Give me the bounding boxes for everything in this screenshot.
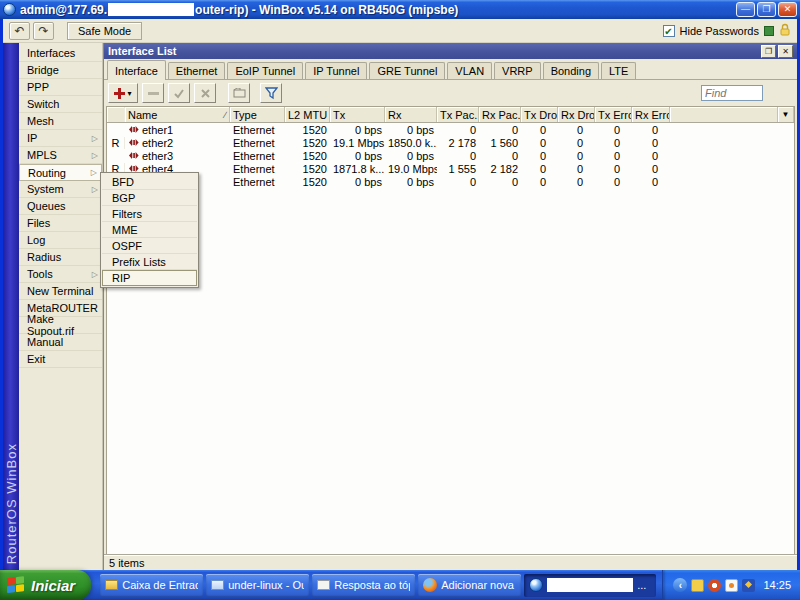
enable-button[interactable] bbox=[168, 83, 190, 103]
menu-item-prefix-lists[interactable]: Prefix Lists bbox=[102, 254, 197, 270]
start-button-label: Iniciar bbox=[31, 577, 75, 594]
tray-note-icon[interactable] bbox=[691, 579, 704, 592]
sidebar-item-system[interactable]: System▷ bbox=[19, 181, 102, 198]
undo-button[interactable]: ↶ bbox=[9, 22, 30, 40]
minimize-button[interactable]: — bbox=[736, 2, 755, 17]
tab-label: IP Tunnel bbox=[313, 65, 359, 77]
menu-item-rip[interactable]: RIP bbox=[102, 270, 197, 286]
cell-rx-packets: 2 182 bbox=[479, 163, 521, 175]
interface-list-titlebar[interactable]: Interface List ❐ ✕ bbox=[104, 43, 797, 59]
column-header-flag[interactable] bbox=[107, 107, 125, 122]
sidebar-item-radius[interactable]: Radius bbox=[19, 249, 102, 266]
cell-tx: 19.1 Mbps bbox=[330, 137, 385, 149]
sidebar-item-queues[interactable]: Queues bbox=[19, 198, 102, 215]
find-input[interactable] bbox=[701, 85, 763, 101]
filter-button[interactable] bbox=[260, 83, 282, 103]
tab-ethernet[interactable]: Ethernet bbox=[168, 62, 226, 79]
hide-passwords-checkbox[interactable]: ✔ bbox=[663, 25, 675, 37]
sidebar-item-switch[interactable]: Switch bbox=[19, 96, 102, 113]
sidebar: InterfacesBridgePPPSwitchMeshIP▷MPLS▷Rou… bbox=[19, 43, 103, 570]
tab-lte[interactable]: LTE bbox=[601, 62, 636, 79]
menu-item-bgp[interactable]: BGP bbox=[102, 190, 197, 206]
comment-button[interactable] bbox=[228, 83, 250, 103]
cell-tx: 0 bps bbox=[330, 150, 385, 162]
sidebar-item-mesh[interactable]: Mesh bbox=[19, 113, 102, 130]
sidebar-item-tools[interactable]: Tools▷ bbox=[19, 266, 102, 283]
column-header-tx[interactable]: Tx bbox=[330, 107, 385, 122]
column-header-tx-drops[interactable]: Tx Drops bbox=[521, 107, 558, 122]
add-button[interactable]: ▾ bbox=[108, 83, 138, 103]
column-menu-button[interactable]: ▼ bbox=[777, 107, 794, 122]
connection-status-icon bbox=[764, 26, 774, 36]
column-header-name[interactable]: Name∕ bbox=[125, 107, 230, 122]
sidebar-item-bridge[interactable]: Bridge bbox=[19, 62, 102, 79]
menu-item-ospf[interactable]: OSPF bbox=[102, 238, 197, 254]
menu-item-label: OSPF bbox=[112, 240, 142, 252]
interface-icon bbox=[128, 138, 139, 147]
interface-name: ether2 bbox=[142, 137, 173, 149]
close-button[interactable]: ✕ bbox=[778, 2, 797, 17]
tab-gre-tunnel[interactable]: GRE Tunnel bbox=[369, 62, 445, 79]
sidebar-item-ip[interactable]: IP▷ bbox=[19, 130, 102, 147]
safe-mode-button[interactable]: Safe Mode bbox=[67, 22, 142, 40]
tab-vlan[interactable]: VLAN bbox=[447, 62, 492, 79]
tab-eoip-tunnel[interactable]: EoIP Tunnel bbox=[227, 62, 303, 79]
sidebar-item-exit[interactable]: Exit bbox=[19, 351, 102, 368]
column-header-rx-pac[interactable]: Rx Pac... bbox=[479, 107, 521, 122]
sidebar-item-make-supout-rif[interactable]: Make Supout.rif bbox=[19, 317, 102, 334]
taskbar-item-adicionar-nova-cla[interactable]: Adicionar nova cla... bbox=[418, 574, 521, 597]
column-header-rx-drops[interactable]: Rx Drops bbox=[558, 107, 595, 122]
redaction-block bbox=[547, 578, 633, 592]
table-row[interactable]: ether1Ethernet15200 bps0 bps000000 bbox=[107, 123, 794, 136]
tab-ip-tunnel[interactable]: IP Tunnel bbox=[305, 62, 367, 79]
column-header-l2-mtu[interactable]: L2 MTU bbox=[285, 107, 330, 122]
interface-list-window-controls: ❐ ✕ bbox=[761, 45, 793, 58]
sidebar-item-interfaces[interactable]: Interfaces bbox=[19, 45, 102, 62]
column-header-rx[interactable]: Rx bbox=[385, 107, 437, 122]
taskbar-item-under-linux-outlo[interactable]: under-linux - Outlo... bbox=[206, 574, 309, 597]
sidebar-item-new-terminal[interactable]: New Terminal bbox=[19, 283, 102, 300]
tab-interface[interactable]: Interface bbox=[107, 60, 166, 80]
disable-button[interactable] bbox=[194, 83, 216, 103]
cell-l2-mtu: 1520 bbox=[285, 137, 330, 149]
column-header-type[interactable]: Type bbox=[230, 107, 285, 122]
taskbar-item-resposta-ao-t-pic[interactable]: Resposta ao tópic... bbox=[312, 574, 415, 597]
sidebar-item-label: Mesh bbox=[27, 115, 54, 127]
sidebar-item-ppp[interactable]: PPP bbox=[19, 79, 102, 96]
tray-record-icon[interactable] bbox=[708, 579, 721, 592]
start-button[interactable]: Iniciar bbox=[0, 570, 91, 600]
sidebar-item-label: Switch bbox=[27, 98, 59, 110]
sidebar-item-routing[interactable]: Routing▷ bbox=[19, 164, 102, 181]
cell-tx: 1871.8 k... bbox=[330, 163, 385, 175]
sidebar-item-mpls[interactable]: MPLS▷ bbox=[19, 147, 102, 164]
sidebar-item-label: Exit bbox=[27, 353, 45, 365]
item-count: 5 items bbox=[109, 557, 144, 569]
table-row[interactable]: ether3Ethernet15200 bps0 bps000000 bbox=[107, 149, 794, 162]
table-row[interactable]: Rether2Ethernet152019.1 Mbps1850.0 k...2… bbox=[107, 136, 794, 149]
sidebar-item-files[interactable]: Files bbox=[19, 215, 102, 232]
menu-item-filters[interactable]: Filters bbox=[102, 206, 197, 222]
undo-icon: ↶ bbox=[14, 24, 24, 38]
taskbar-item-caixa-de-entrada[interactable]: Caixa de Entrada -... bbox=[100, 574, 203, 597]
menu-item-bfd[interactable]: BFD bbox=[102, 174, 197, 190]
tray-clock-app-icon[interactable] bbox=[725, 579, 738, 592]
tab-label: Bonding bbox=[551, 65, 591, 77]
tray-collapse-chevron-icon[interactable]: ‹ bbox=[673, 578, 687, 592]
redo-button[interactable]: ↷ bbox=[33, 22, 54, 40]
table-row[interactable]: Rether4Ethernet15201871.8 k...19.0 Mbps1… bbox=[107, 162, 794, 175]
sidebar-item-log[interactable]: Log bbox=[19, 232, 102, 249]
tab-bonding[interactable]: Bonding bbox=[543, 62, 599, 79]
restore-button[interactable]: ❐ bbox=[757, 2, 776, 17]
tray-bolt-icon[interactable] bbox=[742, 579, 755, 592]
tab-vrrp[interactable]: VRRP bbox=[494, 62, 541, 79]
remove-button[interactable] bbox=[142, 83, 164, 103]
column-header-rx-errors[interactable]: Rx Errors bbox=[632, 107, 670, 122]
taskbar-item-winbox[interactable]: ... bbox=[524, 574, 656, 597]
interface-list-restore-button[interactable]: ❐ bbox=[761, 45, 776, 58]
cell-tx-errors: 0 bbox=[595, 137, 632, 149]
table-row[interactable]: ether5Ethernet15200 bps0 bps000000 bbox=[107, 175, 794, 188]
menu-item-mme[interactable]: MME bbox=[102, 222, 197, 238]
column-header-tx-pac[interactable]: Tx Pac... bbox=[437, 107, 479, 122]
interface-list-close-button[interactable]: ✕ bbox=[778, 45, 793, 58]
column-header-tx-errors[interactable]: Tx Errors bbox=[595, 107, 632, 122]
